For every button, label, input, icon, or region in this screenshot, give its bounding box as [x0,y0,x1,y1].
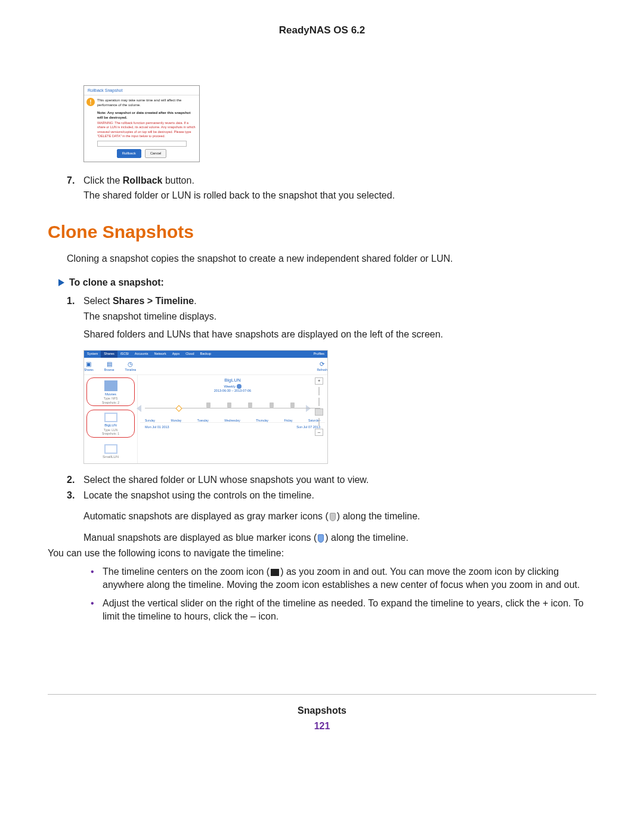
auto-snapshot-note: Automatic snapshots are displayed as gra… [83,510,596,523]
timeline-sub-label: Weekly [224,385,236,388]
day-label: Monday [171,419,181,423]
procedure-heading: To clone a snapshot: [58,276,596,289]
timeline-track[interactable] [145,408,320,415]
toolbar-refresh-label: Refresh [317,368,327,371]
range-start: Mon Jul 01 2013 [145,425,169,429]
step-7-text-a: Click the [83,175,123,185]
bullet-zoom-a: The timeline centers on the zoom icon ( [103,566,270,577]
step-3-number: 3. [67,489,75,502]
toolbar-browse-label: Browse [104,368,114,371]
day-label: Wednesday [224,419,240,423]
step-7: 7. Click the Rollback button. The shared… [83,174,596,202]
share-item-smalllun[interactable]: SmallLUN [86,441,135,461]
confirm-input[interactable] [97,141,187,147]
section-heading: Clone Snapshots [48,220,596,244]
timeline-subtitle: Weekly [140,384,325,389]
warning-icon: ! [86,98,95,106]
snapshot-marker-icon[interactable] [290,402,295,408]
tab-system[interactable]: System [84,351,101,357]
zoom-focus-icon[interactable] [175,405,182,411]
manual-snapshot-note: Manual snapshots are displayed as blue m… [83,531,596,544]
timeline-main: BigLUN Weekly 2013-06-30 – 2013-07-06 + … [138,375,327,463]
browse-icon: ▤ [104,360,114,368]
step-3-text: Locate the snapshot using the controls o… [83,490,314,500]
zoom-slider: + – [312,377,326,436]
rollback-dialog: Rollback Snapshot ! This operation may t… [83,85,200,162]
rollback-button[interactable]: Rollback [117,149,141,157]
day-label: Friday [284,419,293,423]
step-7-number: 7. [67,174,75,187]
step-2-text: Select the shared folder or LUN whose sn… [83,475,369,485]
triangle-bullet-icon [58,279,64,286]
step-1-result1: The snapshot timeline displays. [83,310,596,323]
share-type: Type: LUN [88,428,133,432]
step-1-result2: Shared folders and LUNs that have snapsh… [83,328,596,341]
clock-icon: ◷ [125,360,137,368]
day-label: Thursday [256,419,268,423]
share-snap: Snapshots: 2 [88,401,133,405]
tab-iscsi[interactable]: iSCSI [117,351,132,357]
step-7-bold: Rollback [123,175,163,185]
toolbar-refresh[interactable]: ⟳Refresh [317,360,327,372]
timeline-range: 2013-06-30 – 2013-07-06 [140,389,325,393]
gray-marker-icon [330,513,336,521]
tab-cloud[interactable]: Cloud [182,351,197,357]
man-note-a: Manual snapshots are displayed as blue m… [83,532,317,543]
slider-bar[interactable] [318,398,320,406]
share-list: Movies Type: NFS Snapshots: 2 BigLUN Typ… [84,375,138,463]
step-3: 3. Locate the snapshot using the control… [83,489,596,502]
snapshot-marker-icon[interactable] [227,402,231,408]
slider-bar[interactable] [318,418,320,426]
toolbar: ▣Shares ▤Browse ◷Timeline ⟳Refresh [84,358,327,375]
dialog-note: Note: Any snapshot or data created after… [97,110,197,120]
dialog-line1: This operation may take some time and wi… [97,98,197,107]
tab-shares[interactable]: Shares [101,351,117,357]
share-name: SmallLUN [88,454,133,459]
footer-title: Snapshots [48,704,596,717]
step-1-a: Select [83,296,113,306]
page-footer: Snapshots 121 [48,704,596,732]
zoom-out-button[interactable]: – [315,429,323,436]
auto-note-b: ) along the timeline. [337,511,420,521]
toolbar-timeline-label: Timeline [125,368,137,371]
tab-network[interactable]: Network [151,351,169,357]
toolbar-timeline[interactable]: ◷Timeline [125,360,137,372]
slider-bar[interactable] [318,387,320,395]
share-icon [104,380,117,391]
toolbar-shares[interactable]: ▣Shares [84,360,94,372]
lun-icon [104,413,117,422]
tab-backup[interactable]: Backup [197,351,214,357]
share-item-biglun[interactable]: BigLUN Type: LUN Snapshots: 1 [86,410,135,438]
tab-apps[interactable]: Apps [169,351,183,357]
section-intro: Cloning a snapshot copies the snapshot t… [67,252,596,265]
timeline-figure: System Shares iSCSI Accounts Network App… [83,350,596,464]
step-2: 2. Select the shared folder or LUN whose… [83,473,596,487]
toolbar-browse[interactable]: ▤Browse [104,360,114,372]
blue-marker-icon [318,534,324,543]
step-1-bold: Shares > Timeline [113,296,194,306]
tab-accounts[interactable]: Accounts [132,351,151,357]
share-item-movies[interactable]: Movies Type: NFS Snapshots: 2 [86,377,135,407]
share-name: BigLUN [88,423,133,428]
snapshot-marker-icon[interactable] [248,402,252,408]
share-snap: Snapshots: 1 [88,432,133,436]
refresh-icon: ⟳ [317,360,327,368]
snapshot-marker-icon[interactable] [270,402,274,408]
dialog-title: Rollback Snapshot [84,86,199,95]
lun-icon [104,444,117,454]
step-2-number: 2. [67,473,75,487]
snapshot-marker-icon[interactable] [206,402,210,408]
zoom-in-button[interactable]: + [315,377,323,385]
zoom-box-icon [271,569,279,576]
folder-icon: ▣ [84,360,94,368]
dot-icon [237,384,242,389]
prev-arrow-icon[interactable] [137,405,141,412]
share-name: Movies [88,392,133,397]
auto-note-a: Automatic snapshots are displayed as gra… [83,511,329,521]
cancel-button[interactable]: Cancel [145,149,167,157]
step-1-number: 1. [67,295,75,308]
page-header: ReadyNAS OS 6.2 [48,24,596,38]
tab-profiles[interactable]: Profiles [311,351,327,357]
day-label: Tuesday [197,419,209,423]
step-7-result: The shared folder or LUN is rolled back … [83,189,596,202]
